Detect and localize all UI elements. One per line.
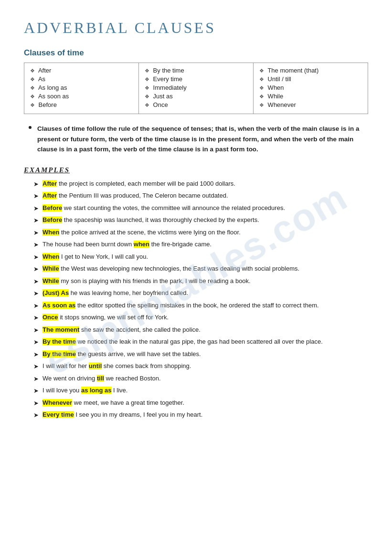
examples-section: EXAMPLES ➤After the project is completed… [24, 166, 368, 420]
list-item: ➤When I get to New York, I will call you… [33, 252, 368, 262]
list-item: ❖ As [30, 75, 133, 83]
arrow-icon: ➤ [33, 204, 39, 213]
list-item: ➤While my son is playing with his friend… [33, 276, 368, 286]
list-item: ➤Every time I see you in my dreams, I fe… [33, 410, 368, 420]
arrow-icon: ➤ [33, 228, 39, 238]
arrow-icon: ➤ [33, 313, 39, 323]
arrow-icon: ➤ [33, 264, 39, 274]
table-row: ❖ After ❖ As ❖ As long as ❖ As soon as ❖… [24, 63, 368, 114]
list-item: ➤Whenever we meet, we have a great time … [33, 398, 368, 408]
list-item: ➤The moment she saw the accident, she ca… [33, 325, 368, 335]
list-item: ❖ When [259, 84, 362, 91]
list-item: ❖ Before [30, 101, 133, 108]
list-item: ➤When the police arrived at the scene, t… [33, 228, 368, 238]
arrow-icon: ➤ [33, 191, 39, 201]
arrow-icon: ➤ [33, 289, 39, 298]
table-cell-col2: ❖ By the time ❖ Every time ❖ Immediately… [139, 63, 254, 114]
arrow-icon: ➤ [33, 362, 39, 371]
arrow-icon: ➤ [33, 337, 39, 347]
section-title: Clauses of time [24, 48, 368, 58]
examples-list: ➤After the project is completed, each me… [24, 179, 368, 420]
list-item: ➤I will love you as long as I live. [33, 386, 368, 396]
examples-title: EXAMPLES [24, 166, 368, 174]
bullet-icon [29, 126, 32, 129]
arrow-icon: ➤ [33, 374, 39, 384]
list-item: ❖ Whenever [259, 101, 362, 108]
list-item: ❖ Once [145, 101, 247, 108]
arrow-icon: ➤ [33, 399, 39, 408]
list-item: ➤I will wait for her until she comes bac… [33, 361, 368, 371]
arrow-icon: ➤ [33, 350, 39, 359]
arrow-icon: ➤ [33, 240, 39, 250]
list-item: ❖ Until / till [259, 75, 362, 83]
list-item: ❖ Immediately [145, 84, 247, 91]
arrow-icon: ➤ [33, 253, 39, 262]
list-item: ➤(Just) As he was leaving home, her boyf… [33, 288, 368, 298]
table-cell-col1: ❖ After ❖ As ❖ As long as ❖ As soon as ❖… [24, 63, 139, 114]
arrow-icon: ➤ [33, 326, 39, 335]
list-item: ❖ While [259, 93, 362, 100]
list-item: ➤Once it stops snowing, we will set off … [33, 313, 368, 323]
arrow-icon: ➤ [33, 179, 39, 189]
list-item: ➤The house had been burnt down when the … [33, 240, 368, 250]
arrow-icon: ➤ [33, 411, 39, 420]
list-item: ❖ As long as [30, 84, 133, 91]
arrow-icon: ➤ [33, 301, 39, 311]
arrow-icon: ➤ [33, 277, 39, 286]
list-item: ❖ Just as [145, 93, 247, 100]
table-cell-col3: ❖ The moment (that) ❖ Until / till ❖ Whe… [254, 63, 368, 114]
arrow-icon: ➤ [33, 386, 39, 396]
rule-text: Clauses of time follow the rule of the s… [37, 124, 368, 155]
list-item: ➤Before we start counting the votes, the… [33, 203, 368, 213]
page-title: ADVERBIAL CLAUSES [24, 19, 368, 37]
rule-section: Clauses of time follow the rule of the s… [24, 124, 368, 155]
list-item: ➤Before the spaceship was launched, it w… [33, 215, 368, 225]
rule-bullet: Clauses of time follow the rule of the s… [29, 124, 368, 155]
list-item: ➤After the Pentium III was produced, The… [33, 191, 368, 201]
list-item: ❖ By the time [145, 67, 247, 74]
list-item: ❖ The moment (that) [259, 67, 362, 74]
list-item: ❖ As soon as [30, 93, 133, 100]
list-item: ➤As soon as the editor spotted the spell… [33, 301, 368, 311]
list-item: ❖ After [30, 67, 133, 74]
list-item: ➤We went on driving till we reached Bost… [33, 374, 368, 384]
list-item: ➤By the time we noticed the leak in the … [33, 337, 368, 347]
list-item: ➤By the time the guests arrive, we will … [33, 349, 368, 359]
clauses-table: ❖ After ❖ As ❖ As long as ❖ As soon as ❖… [24, 63, 368, 114]
list-item: ➤While the West was developing new techn… [33, 264, 368, 274]
list-item: ❖ Every time [145, 75, 247, 83]
list-item: ➤After the project is completed, each me… [33, 179, 368, 189]
arrow-icon: ➤ [33, 216, 39, 225]
